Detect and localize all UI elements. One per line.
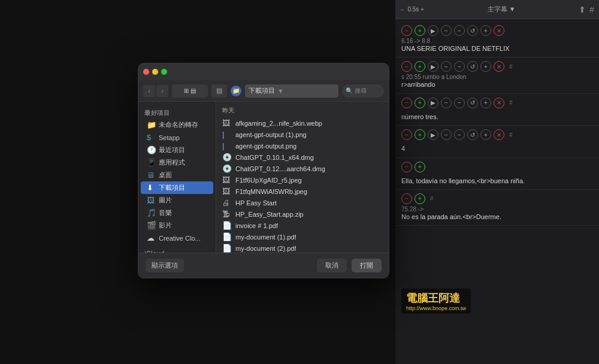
sidebar-item-recent[interactable]: 🕐 最近項目 bbox=[141, 144, 213, 156]
finder-sidebar: 最好項目 📁 未命名的轉存 $ Setapp 🕐 最近項目 📱 應用程式 🖥 桌… bbox=[138, 102, 216, 253]
file-item-4[interactable]: 💿 ChatGPT_0.10.1_x64.dmg bbox=[216, 151, 389, 163]
ctrl-refresh-3[interactable]: ↺ bbox=[467, 98, 478, 108]
ctrl-play-4[interactable]: ▶ bbox=[428, 129, 438, 140]
nav-forward-btn[interactable]: › bbox=[156, 85, 168, 97]
toolbar-title[interactable]: 主字幕 ▼ bbox=[428, 5, 575, 14]
file-name-1: afkgaming_2...nife_skin.webp bbox=[235, 120, 322, 127]
ctrl-minus-6[interactable]: − bbox=[401, 193, 412, 204]
file-name-3: agent-gpt-output.png bbox=[235, 142, 297, 150]
file-name-9: HP_Easy_Start.app.zip bbox=[235, 211, 304, 218]
finder-dialog: ‹ › ⊞ ▤ ▤ 📁 下載項目 ▼ 🔍 搜尋 最好項目 📁 未命名的轉存 $ … bbox=[138, 63, 389, 278]
search-box[interactable]: 🔍 搜尋 bbox=[342, 84, 384, 98]
ctrl-minus3-3[interactable]: − bbox=[454, 98, 465, 108]
downloads-icon: ⬇ bbox=[147, 183, 155, 192]
titlebar-maximize[interactable] bbox=[161, 69, 167, 75]
sidebar-item-downloads[interactable]: ⬇ 下載項目 bbox=[141, 181, 213, 194]
subtitle-entries: − + ▶ − − ↺ + ✕ 6.16 -> 8.8 UNA SERIE OR… bbox=[395, 19, 599, 364]
file-item-8[interactable]: 🖨 HP Easy Start bbox=[216, 197, 389, 208]
sidebar-item-movies[interactable]: 🎬 影片 bbox=[141, 219, 213, 232]
entry-text-1[interactable]: UNA SERIE ORIGINAL DE NETFLIX bbox=[401, 44, 593, 53]
file-item-1[interactable]: 🖼 afkgaming_2...nife_skin.webp bbox=[216, 117, 389, 129]
recent-icon: 🕐 bbox=[147, 145, 155, 154]
ctrl-refresh-4[interactable]: ↺ bbox=[467, 129, 478, 140]
ctrl-minus2-1[interactable]: − bbox=[441, 25, 452, 36]
ctrl-minus-4[interactable]: − bbox=[401, 129, 412, 140]
ctrl-minus-1[interactable]: − bbox=[401, 25, 412, 36]
file-name-10: invoice # 1.pdf bbox=[235, 222, 278, 229]
entry-text-5[interactable]: Ella, todavía no llegamos,<br>buena niña… bbox=[401, 174, 593, 186]
file-item-9[interactable]: 🗜 HP_Easy_Start.app.zip bbox=[216, 208, 389, 220]
ctrl-minus2-3[interactable]: − bbox=[441, 98, 452, 108]
entry-text-6[interactable]: No es la parada aún.<br>Duerme. bbox=[401, 213, 593, 222]
ctrl-close-2[interactable]: ✕ bbox=[494, 61, 504, 72]
finder-body: 最好項目 📁 未命名的轉存 $ Setapp 🕐 最近項目 📱 應用程式 🖥 桌… bbox=[138, 102, 389, 253]
ctrl-add-4[interactable]: + bbox=[480, 129, 491, 140]
ctrl-minus3-1[interactable]: − bbox=[454, 25, 465, 36]
open-button[interactable]: 打開 bbox=[352, 259, 382, 272]
ctrl-minus2-4[interactable]: − bbox=[441, 129, 452, 140]
entry-text-4[interactable]: 4 bbox=[401, 142, 593, 153]
ctrl-plus-6[interactable]: + bbox=[415, 193, 425, 204]
date-header: 昨天 bbox=[216, 104, 389, 117]
desktop-icon: 🖥 bbox=[147, 171, 155, 180]
file-item-2[interactable]: | agent-gpt-output (1).png bbox=[216, 129, 389, 140]
toolbar-hash[interactable]: # bbox=[589, 5, 594, 14]
sidebar-item-desktop[interactable]: 🖥 桌面 bbox=[141, 169, 213, 181]
file-item-6[interactable]: 🖼 F1tf6UpXgAID_r5.jpeg bbox=[216, 174, 389, 186]
subtitle-panel: − 0.5s + 主字幕 ▼ ⬆ # − + ▶ − − ↺ + ✕ 6.16 … bbox=[395, 0, 599, 364]
ctrl-minus-2[interactable]: − bbox=[401, 61, 412, 72]
ctrl-refresh-2[interactable]: ↺ bbox=[467, 61, 478, 72]
ctrl-add-1[interactable]: + bbox=[480, 25, 491, 36]
ctrl-play-1[interactable]: ▶ bbox=[428, 25, 438, 36]
sidebar-item-apps[interactable]: 📱 應用程式 bbox=[141, 156, 213, 169]
file-item-11[interactable]: 📄 my-document (1).pdf bbox=[216, 231, 389, 242]
entry-hash-4: # bbox=[509, 132, 513, 138]
sort-btn[interactable]: ▤ bbox=[211, 84, 227, 98]
file-item-10[interactable]: 📄 invoice # 1.pdf bbox=[216, 220, 389, 231]
ctrl-play-3[interactable]: ▶ bbox=[428, 98, 438, 108]
titlebar-minimize[interactable] bbox=[152, 69, 158, 75]
ctrl-plus-3[interactable]: + bbox=[415, 98, 425, 108]
ctrl-minus-3[interactable]: − bbox=[401, 98, 412, 108]
search-icon: 🔍 bbox=[346, 87, 353, 94]
ctrl-plus-4[interactable]: + bbox=[415, 129, 425, 140]
file-icon-9: 🗜 bbox=[222, 210, 232, 219]
file-icon-8: 🖨 bbox=[222, 198, 232, 207]
file-name-6: F1tf6UpXgAID_r5.jpeg bbox=[235, 177, 302, 184]
ctrl-close-3[interactable]: ✕ bbox=[494, 98, 504, 108]
ctrl-refresh-1[interactable]: ↺ bbox=[467, 25, 478, 36]
sidebar-item-music[interactable]: 🎵 音樂 bbox=[141, 207, 213, 219]
ctrl-minus3-2[interactable]: − bbox=[454, 61, 465, 72]
ctrl-play-2[interactable]: ▶ bbox=[428, 61, 438, 72]
ctrl-close-4[interactable]: ✕ bbox=[494, 129, 504, 140]
cancel-button[interactable]: 取消 bbox=[317, 259, 347, 272]
ctrl-add-3[interactable]: + bbox=[480, 98, 491, 108]
file-item-7[interactable]: 🖼 F1tfqMNWiAI5WRb.jpeg bbox=[216, 186, 389, 197]
sidebar-item-creative[interactable]: ☁ Creative Clo... bbox=[141, 232, 213, 244]
toolbar-minus[interactable]: − bbox=[400, 6, 404, 13]
entry-time-6: 75.28 -> bbox=[401, 206, 593, 213]
show-options-button[interactable]: 顯示選項 bbox=[146, 259, 184, 272]
nav-back-btn[interactable]: ‹ bbox=[143, 85, 155, 97]
view-toggle-btn[interactable]: ⊞ ▤ bbox=[172, 84, 208, 98]
sidebar-item-pictures[interactable]: 🖼 圖片 bbox=[141, 194, 213, 207]
toolbar-upload[interactable]: ⬆ bbox=[579, 5, 586, 14]
ctrl-plus-5[interactable]: + bbox=[415, 162, 425, 172]
file-item-5[interactable]: 💿 ChatGPT_0.12....aarch64.dmg bbox=[216, 163, 389, 174]
ctrl-plus-2[interactable]: + bbox=[415, 61, 425, 72]
ctrl-minus3-4[interactable]: − bbox=[454, 129, 465, 140]
setapp-label: Setapp bbox=[159, 134, 180, 141]
file-item-3[interactable]: | agent-gpt-output.png bbox=[216, 140, 389, 151]
titlebar-close[interactable] bbox=[143, 69, 149, 75]
path-display[interactable]: 下載項目 ▼ bbox=[245, 84, 338, 98]
ctrl-close-1[interactable]: ✕ bbox=[494, 25, 504, 36]
sidebar-item-unnamed[interactable]: 📁 未命名的轉存 bbox=[141, 119, 213, 131]
ctrl-add-2[interactable]: + bbox=[480, 61, 491, 72]
ctrl-minus2-2[interactable]: − bbox=[441, 61, 452, 72]
ctrl-plus-1[interactable]: + bbox=[415, 25, 425, 36]
sidebar-item-setapp[interactable]: $ Setapp bbox=[141, 131, 213, 144]
ctrl-minus-5[interactable]: − bbox=[401, 162, 412, 172]
entry-text-3[interactable]: número tres. bbox=[401, 110, 593, 122]
entry-text-2[interactable]: r>arribando bbox=[401, 80, 593, 89]
file-item-12[interactable]: 📄 my-document (2).pdf bbox=[216, 242, 389, 253]
